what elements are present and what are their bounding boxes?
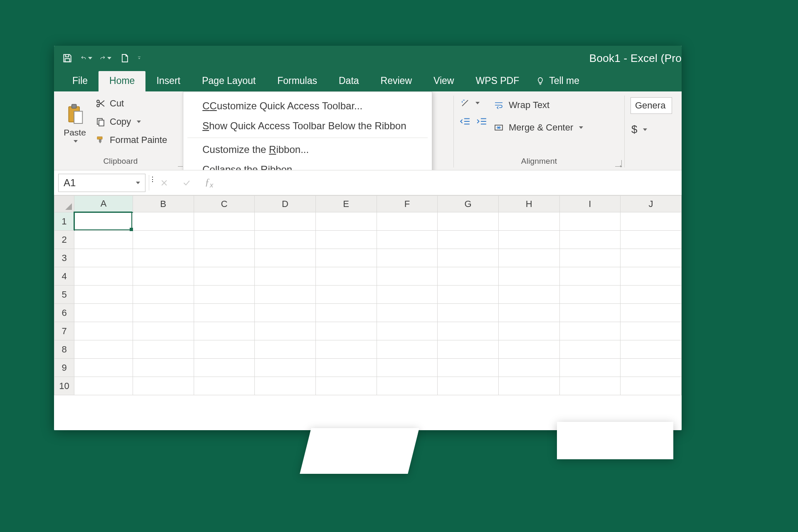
cell[interactable] [194,212,255,231]
alignment-launcher-icon[interactable] [615,160,622,167]
cell[interactable] [74,340,133,359]
cell[interactable] [194,267,255,286]
column-header[interactable]: J [621,196,682,212]
row-header[interactable]: 1 [54,212,74,231]
formula-input[interactable] [222,174,677,192]
cell[interactable] [74,212,133,231]
cell[interactable] [498,304,559,322]
cell[interactable] [133,304,194,322]
tell-me[interactable]: Tell me [530,71,585,91]
cell[interactable] [498,231,559,249]
cell[interactable] [498,322,559,340]
cell[interactable] [255,212,316,231]
cell[interactable] [377,359,438,377]
cell[interactable] [194,322,255,340]
row-header[interactable]: 9 [54,359,74,377]
cell[interactable] [194,286,255,304]
qat-customize-icon[interactable] [138,53,140,64]
cell[interactable] [74,231,133,249]
cell[interactable] [498,286,559,304]
cell[interactable] [621,377,682,395]
cell[interactable] [315,377,377,395]
tab-formulas[interactable]: Formulas [266,71,328,91]
cell[interactable] [133,322,194,340]
cell[interactable] [255,249,316,267]
cell[interactable] [559,359,621,377]
column-header[interactable]: I [559,196,621,212]
cell[interactable] [621,322,682,340]
cell[interactable] [559,267,621,286]
column-header[interactable]: D [255,196,316,212]
cell[interactable] [498,267,559,286]
cell[interactable] [315,322,377,340]
cell[interactable] [377,212,438,231]
row-header[interactable]: 10 [54,377,74,395]
row-header[interactable]: 8 [54,340,74,359]
cell[interactable] [559,231,621,249]
select-all-corner[interactable] [54,196,74,212]
menu-customize-qat[interactable]: CCustomize Quick Access Toolbar... [185,96,430,116]
row-header[interactable]: 5 [54,286,74,304]
cell[interactable] [621,286,682,304]
cell[interactable] [438,322,499,340]
cell[interactable] [498,249,559,267]
cell[interactable] [438,304,499,322]
tab-review[interactable]: Review [370,71,423,91]
cell[interactable] [315,359,377,377]
cell[interactable] [559,304,621,322]
cell[interactable] [438,377,499,395]
menu-show-qat-below[interactable]: Show Quick Access Toolbar Below the Ribb… [185,116,430,136]
merge-center-button[interactable]: Merge & Center [492,121,584,135]
increase-indent-icon[interactable] [476,116,487,126]
redo-icon[interactable] [100,52,111,64]
cell[interactable] [559,322,621,340]
cell[interactable] [621,249,682,267]
cell[interactable] [315,286,377,304]
menu-customize-ribbon[interactable]: Customize the Ribbon... [185,140,430,160]
wrap-text-button[interactable]: Wrap Text [492,98,584,112]
row-header[interactable]: 4 [54,267,74,286]
column-header[interactable]: B [133,196,194,212]
cell[interactable] [621,340,682,359]
cell[interactable] [377,340,438,359]
row-header[interactable]: 2 [54,231,74,249]
cell[interactable] [74,304,133,322]
cell[interactable] [133,286,194,304]
cell[interactable] [133,249,194,267]
cell[interactable] [438,340,499,359]
row-header[interactable]: 7 [54,322,74,340]
column-header[interactable]: A [74,196,133,212]
insert-function-button[interactable]: ƒx [200,174,219,192]
cell[interactable] [377,249,438,267]
tab-view[interactable]: View [423,71,465,91]
cell[interactable] [194,377,255,395]
cell[interactable] [194,359,255,377]
cancel-formula-icon[interactable] [155,174,174,192]
cell[interactable] [377,286,438,304]
tab-file[interactable]: File [62,71,99,91]
tab-data[interactable]: Data [328,71,370,91]
cell[interactable] [255,267,316,286]
cell[interactable] [438,231,499,249]
cell[interactable] [315,212,377,231]
tab-page-layout[interactable]: Page Layout [191,71,266,91]
column-header[interactable]: C [194,196,255,212]
cell[interactable] [621,359,682,377]
cell[interactable] [377,304,438,322]
cell[interactable] [133,231,194,249]
cell[interactable] [133,340,194,359]
cell[interactable] [133,377,194,395]
save-icon[interactable] [62,52,73,64]
row-header[interactable]: 3 [54,249,74,267]
column-header[interactable]: H [498,196,559,212]
cell[interactable] [377,231,438,249]
cell[interactable] [559,377,621,395]
cell[interactable] [621,267,682,286]
cell[interactable] [255,286,316,304]
cell[interactable] [74,249,133,267]
cell[interactable] [315,304,377,322]
cell[interactable] [377,322,438,340]
cell[interactable] [559,286,621,304]
cell[interactable] [74,359,133,377]
cell[interactable] [438,212,499,231]
